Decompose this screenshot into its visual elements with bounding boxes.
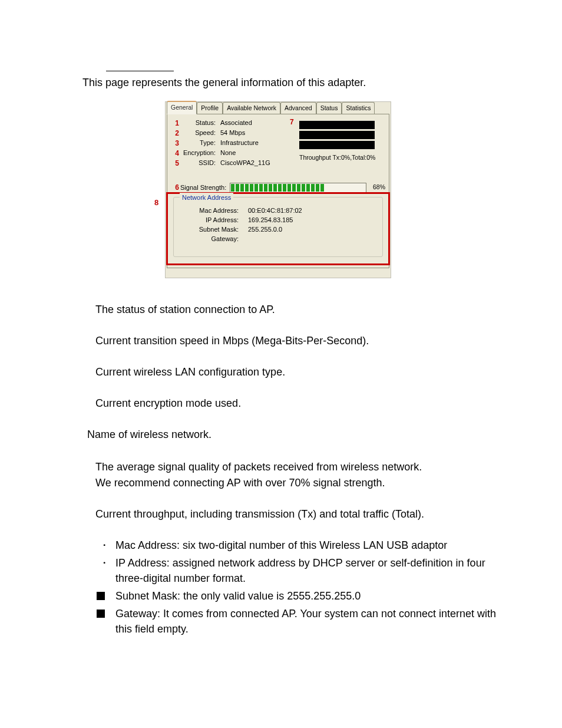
desc-8-gateway: Gateway: It comes from connected AP. You… [115,608,496,635]
value-mac: 00:E0:4C:81:87:02 [248,206,376,216]
desc-4: Current encryption mode used. [95,396,515,411]
throughput-label: Throughput Tx:0%,Total:0% [299,153,375,163]
signal-strength-bar [230,183,366,193]
network-address-legend: Network Address [180,193,233,203]
bullet-square-icon [97,610,105,618]
network-address-group: Network Address Mac Address: 00:E0:4C:81… [173,197,383,257]
value-ssid: CiscoWPA2_11G [220,158,289,168]
desc-6b: We recommend connecting AP with over 70%… [95,475,515,491]
value-status: Associated [220,118,289,128]
value-encryption: None [220,148,289,158]
label-ssid: SSID: [180,158,216,168]
desc-8-subnet: Subnet Mask: the only valid value is 255… [115,590,361,602]
adapter-general-panel: General Profile Available Network Advanc… [165,101,391,278]
label-subnet: Subnet Mask: [180,225,239,235]
tab-available-network[interactable]: Available Network [223,102,280,114]
callout-5: 5 [171,158,179,169]
value-ip: 169.254.83.185 [248,215,376,225]
label-encryption: Encryption: [180,148,216,158]
tab-status[interactable]: Status [316,102,342,114]
label-ip: IP Address: [180,215,239,225]
value-type: Infrastructure [220,138,289,148]
throughput-graph [299,119,375,151]
callout-6: 6 [171,182,179,193]
desc-2: Current transition speed in Mbps (Mega-B… [95,333,515,349]
bullet-square-icon [97,592,105,600]
callout-3: 3 [171,138,179,149]
section-rule [106,71,174,71]
desc-8-list: Mac Address: six two-digital number of t… [97,538,515,637]
callout-1: 1 [171,118,179,129]
intro-text: This page represents the general informa… [82,75,515,91]
tab-strip: General Profile Available Network Advanc… [166,102,391,114]
desc-7: Current throughput, including transmissi… [95,506,515,522]
label-mac: Mac Address: [180,206,239,216]
tab-general[interactable]: General [167,101,197,114]
label-speed: Speed: [180,128,216,138]
callout-8: 8 [154,197,158,209]
tab-advanced[interactable]: Advanced [280,102,316,114]
desc-8-ip: IP Address: assigned network address by … [115,557,485,584]
desc-5: Name of wireless network. [87,427,515,443]
label-status: Status: [180,118,216,128]
value-subnet: 255.255.0.0 [248,225,376,235]
desc-1: The status of station connection to AP. [95,302,515,318]
tab-statistics[interactable]: Statistics [342,102,375,114]
callout-4: 4 [171,148,179,159]
desc-8-mac: Mac Address: six two-digital number of t… [115,539,447,551]
tab-body: 1 Status: Associated 2 Speed: 54 Mbps 3 … [167,114,389,268]
label-gateway: Gateway: [180,234,239,244]
callout-7: 7 [290,117,294,127]
desc-6a: The average signal quality of packets re… [95,459,515,475]
desc-3: Current wireless LAN configuration type. [95,364,515,380]
tab-profile[interactable]: Profile [197,102,223,114]
value-speed: 54 Mbps [220,128,289,138]
signal-percent: 68% [369,183,385,192]
label-signal: Signal Strength: [180,183,226,193]
label-type: Type: [180,138,216,148]
callout-2: 2 [171,128,179,139]
